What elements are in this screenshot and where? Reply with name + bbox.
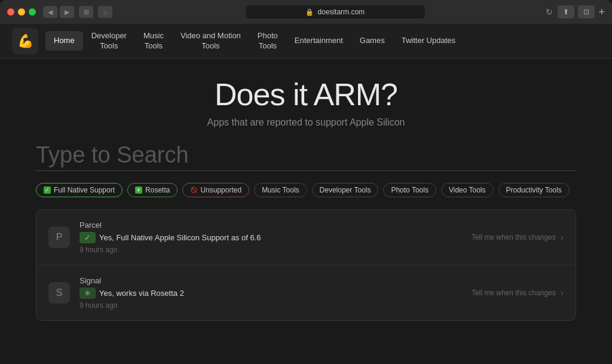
app-name-parcel: Parcel [79, 221, 472, 230]
close-button[interactable] [7, 8, 14, 16]
nav-links: Home Developer Tools Music Tools Video a… [45, 26, 464, 56]
app-list: P Parcel ✓ Yes, Full Native Apple Silico… [36, 209, 576, 321]
filter-productivity-tools-label: Productivity Tools [506, 186, 562, 194]
home-button[interactable]: ⌂ [98, 6, 112, 18]
filter-music-tools[interactable]: Music Tools [254, 183, 307, 197]
native-icon: ✓ [44, 186, 51, 194]
app-letter-parcel: P [48, 227, 70, 248]
refresh-button[interactable]: ↻ [546, 7, 553, 17]
app-status-text-parcel: Yes, Full Native Apple Silicon Support a… [99, 233, 261, 242]
status-icon-signal: ✳ [84, 289, 91, 298]
app-letter-signal: S [48, 282, 70, 304]
app-status-text-signal: Yes, works via Rosetta 2 [99, 289, 184, 298]
site-nav: 💪 Home Developer Tools Music Tools Video… [0, 24, 612, 59]
search-input[interactable] [36, 142, 576, 171]
unsupported-icon: 🚫 [190, 186, 197, 194]
nav-video-motion-tools[interactable]: Video and Motion Tools [172, 26, 249, 56]
traffic-lights [7, 8, 36, 16]
title-bar: ◀ ▶ ⊞ ⌂ 🔒 doesitarm.com ↻ ⬆ ⊡ + [0, 0, 612, 24]
nav-developer-tools[interactable]: Developer Tools [83, 26, 135, 56]
maximize-button[interactable] [29, 8, 36, 16]
main-content: Does it ARM? Apps that are reported to s… [0, 59, 612, 333]
app-time-signal: 9 hours ago [79, 301, 472, 310]
app-status-parcel: ✓ Yes, Full Native Apple Silicon Support… [79, 232, 472, 243]
share-button[interactable]: ⬆ [558, 5, 574, 19]
filter-native-label: Full Native Support [54, 186, 115, 194]
nav-twitter-updates[interactable]: Twitter Updates [393, 31, 464, 51]
app-item-signal: S Signal ✳ Yes, works via Rosetta 2 9 ho… [36, 265, 576, 320]
filter-photo-tools[interactable]: Photo Tools [383, 183, 436, 197]
app-action-parcel[interactable]: Tell me when this changes › [472, 232, 564, 243]
address-bar[interactable]: 🔒 doesitarm.com [246, 5, 425, 19]
minimize-button[interactable] [18, 8, 25, 16]
app-status-signal: ✳ Yes, works via Rosetta 2 [79, 287, 472, 299]
new-tab-button[interactable]: + [598, 6, 605, 19]
filter-video-tools-label: Video Tools [449, 186, 486, 194]
browser-window: ◀ ▶ ⊞ ⌂ 🔒 doesitarm.com ↻ ⬆ ⊡ + [0, 0, 612, 24]
rosetta-icon: ✳ [135, 186, 142, 194]
forward-button[interactable]: ▶ [60, 6, 74, 18]
chevron-icon-parcel: › [561, 232, 564, 243]
tabs-button[interactable]: ⊡ [578, 5, 595, 19]
toolbar-right: ⬆ ⊡ + [558, 5, 605, 19]
app-time-parcel: 9 hours ago [79, 246, 472, 254]
app-info-parcel: Parcel ✓ Yes, Full Native Apple Silicon … [79, 221, 472, 254]
address-bar-wrap: 🔒 doesitarm.com ↻ [117, 5, 553, 19]
status-badge-signal: ✳ [79, 287, 96, 299]
url-text: doesitarm.com [317, 8, 365, 16]
filter-tags: ✓ Full Native Support ✳ Rosetta 🚫 Unsupp… [36, 183, 576, 197]
app-action-signal[interactable]: Tell me when this changes › [472, 287, 564, 298]
site-logo: 💪 [12, 28, 38, 54]
hero-subtitle: Apps that are reported to support Apple … [36, 117, 576, 128]
search-wrap [36, 142, 576, 171]
app-item-parcel: P Parcel ✓ Yes, Full Native Apple Silico… [36, 210, 576, 265]
filter-video-tools[interactable]: Video Tools [441, 183, 494, 197]
app-action-label-parcel: Tell me when this changes [472, 233, 556, 241]
filter-unsupported-label: Unsupported [200, 186, 241, 194]
app-name-signal: Signal [79, 276, 472, 285]
filter-developer-tools-label: Developer Tools [320, 186, 371, 194]
filter-native[interactable]: ✓ Full Native Support [36, 183, 123, 197]
filter-developer-tools[interactable]: Developer Tools [312, 183, 379, 197]
app-info-signal: Signal ✳ Yes, works via Rosetta 2 9 hour… [79, 276, 472, 310]
filter-rosetta[interactable]: ✳ Rosetta [127, 183, 178, 197]
filter-rosetta-label: Rosetta [145, 186, 170, 194]
filter-unsupported[interactable]: 🚫 Unsupported [182, 183, 249, 197]
app-action-label-signal: Tell me when this changes [472, 289, 556, 297]
nav-entertainment[interactable]: Entertainment [286, 31, 351, 51]
filter-music-tools-label: Music Tools [262, 186, 299, 194]
nav-photo-tools[interactable]: Photo Tools [249, 26, 286, 56]
chevron-icon-signal: › [561, 287, 564, 298]
filter-photo-tools-label: Photo Tools [391, 186, 429, 194]
hero-title: Does it ARM? [36, 77, 576, 112]
nav-games[interactable]: Games [351, 31, 393, 51]
reader-button[interactable]: ⊞ [79, 6, 93, 18]
filter-productivity-tools[interactable]: Productivity Tools [498, 183, 570, 197]
lock-icon: 🔒 [305, 8, 314, 16]
nav-home[interactable]: Home [45, 31, 83, 51]
nav-buttons: ◀ ▶ [43, 6, 74, 18]
back-button[interactable]: ◀ [43, 6, 57, 18]
status-badge-parcel: ✓ [79, 232, 96, 243]
status-icon-parcel: ✓ [84, 233, 91, 242]
nav-music-tools[interactable]: Music Tools [135, 26, 172, 56]
logo-emoji: 💪 [17, 33, 33, 49]
